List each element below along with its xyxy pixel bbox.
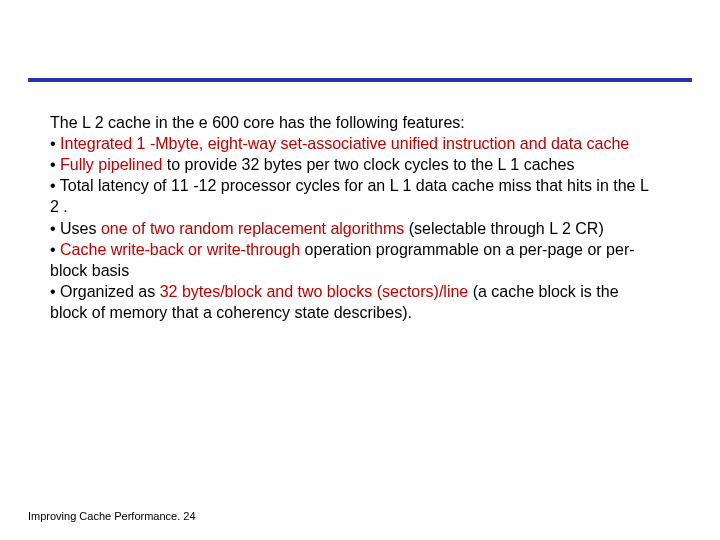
slide: The L 2 cache in the e 600 core has the … (0, 0, 720, 540)
bullet-2-rest: to provide 32 bytes per two clock cycles… (162, 156, 574, 173)
bullet-6-highlight: 32 bytes/block and two blocks (sectors)/… (160, 283, 469, 300)
bullet-4-prefix: • Uses (50, 220, 101, 237)
bullet-2-highlight: Fully pipelined (60, 156, 162, 173)
body-text: The L 2 cache in the e 600 core has the … (50, 112, 660, 323)
bullet-4-highlight: one of two random replacement algorithms (101, 220, 404, 237)
bullet-4-rest: (selectable through L 2 CR) (404, 220, 604, 237)
footer: Improving Cache Performance. 24 (28, 510, 196, 522)
bullet-5-prefix: • (50, 241, 60, 258)
horizontal-rule (28, 78, 692, 82)
bullet-6-prefix: • Organized as (50, 283, 160, 300)
bullet-2-prefix: • (50, 156, 60, 173)
footer-label: Improving Cache Performance. (28, 510, 180, 522)
bullet-1-prefix: • (50, 135, 60, 152)
bullet-5-highlight: Cache write-back or write-through (60, 241, 300, 258)
bullet-3: • Total latency of 11 -12 processor cycl… (50, 177, 648, 215)
footer-page-number: 24 (180, 510, 195, 522)
intro-text: The L 2 cache in the e 600 core has the … (50, 114, 465, 131)
bullet-1-highlight: Integrated 1 -Mbyte, eight-way set-assoc… (60, 135, 629, 152)
